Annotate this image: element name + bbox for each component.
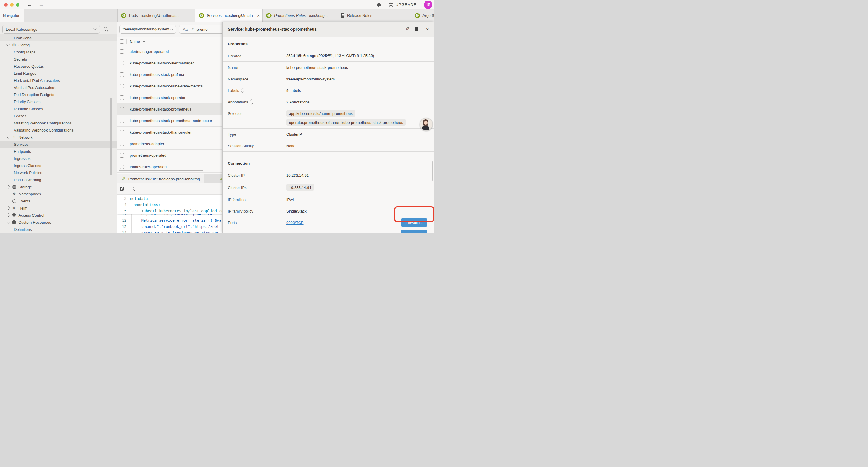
delete-trash-icon[interactable] bbox=[415, 28, 418, 31]
chevron-down-icon bbox=[6, 135, 10, 138]
sidebar-item-validating-webhook-configurations[interactable]: Validating Webhook Configurations bbox=[0, 126, 117, 134]
sidebar-item-pod-disruption-budgets[interactable]: Pod Disruption Budgets bbox=[0, 91, 117, 98]
row-checkbox[interactable] bbox=[120, 107, 124, 111]
close-window-button[interactable] bbox=[4, 3, 8, 6]
back-arrow-icon[interactable]: ← bbox=[27, 2, 32, 7]
namespace-link[interactable]: freeleaps-monitoring-system bbox=[286, 77, 335, 81]
tab-prometheus-rules[interactable]: ☸ Prometheus Rules - icecheng... bbox=[262, 9, 337, 22]
sidebar-item-namespaces[interactable]: ❖Namespaces bbox=[0, 191, 117, 198]
upgrade-label[interactable]: UPGRADE bbox=[396, 2, 416, 7]
table-row[interactable]: kube-prometheus-stack-grafana bbox=[117, 69, 222, 80]
edit-pencil-icon: ✎ bbox=[220, 176, 222, 181]
table-row[interactable]: alertmanager-operated bbox=[117, 46, 222, 57]
assistant-avatar[interactable] bbox=[420, 118, 433, 131]
sidebar-group-storage[interactable]: Storage bbox=[0, 183, 117, 191]
property-row-ip-family-policy: IP family policy SingleStack bbox=[223, 205, 434, 217]
forward-arrow-icon[interactable]: → bbox=[39, 2, 44, 7]
table-row[interactable]: kube-prometheus-stack-alertmanager bbox=[117, 57, 222, 69]
sidebar-group-helm[interactable]: ☸Helm bbox=[0, 205, 117, 212]
panel-scrollbar[interactable] bbox=[432, 161, 433, 181]
row-checkbox[interactable] bbox=[120, 61, 124, 65]
row-checkbox[interactable] bbox=[120, 49, 124, 54]
notifications-bell-icon[interactable] bbox=[377, 3, 380, 6]
row-checkbox[interactable] bbox=[120, 119, 124, 123]
row-checkbox[interactable] bbox=[120, 84, 124, 88]
expand-collapse-icon[interactable] bbox=[242, 88, 244, 92]
close-icon[interactable]: × bbox=[426, 26, 429, 32]
editor-tab-prometheusrule[interactable]: ✎ PrometheusRule: freeleaps-prod-rabbitm… bbox=[117, 174, 205, 183]
list-search-input[interactable]: Aa .* prome bbox=[179, 25, 222, 34]
zoom-window-button[interactable] bbox=[16, 3, 20, 6]
sidebar-item-runtime-classes[interactable]: Runtime Classes bbox=[0, 105, 117, 112]
namespace-selector[interactable]: freeleaps-monitoring-system bbox=[119, 25, 176, 34]
editor-tab-next[interactable]: ✎ bbox=[205, 174, 222, 183]
sidebar-item-horizontal-pod-autoscalers[interactable]: Horizontal Pod Autoscalers bbox=[0, 77, 117, 84]
forward-button[interactable]: Forward... bbox=[401, 218, 427, 227]
row-checkbox[interactable] bbox=[120, 165, 124, 169]
sidebar-item-events[interactable]: Events bbox=[0, 198, 117, 205]
minimize-window-button[interactable] bbox=[10, 3, 13, 6]
sidebar-item-network-policies[interactable]: Network Policies bbox=[0, 169, 117, 176]
sidebar-item-priority-classes[interactable]: Priority Classes bbox=[0, 98, 117, 105]
account-badge[interactable]: 15 bbox=[424, 1, 432, 9]
sidebar-item-services[interactable]: Services bbox=[0, 141, 117, 148]
sidebar-scrollbar[interactable] bbox=[110, 97, 112, 175]
sort-ascending-icon[interactable] bbox=[143, 40, 145, 43]
connection-section-heading: Connection bbox=[228, 161, 434, 170]
name-column-header[interactable]: Name bbox=[130, 39, 140, 44]
expand-collapse-icon[interactable] bbox=[251, 100, 253, 104]
table-row[interactable]: prometheus-operated bbox=[117, 150, 222, 161]
runbook-url-link[interactable]: https://net bbox=[195, 224, 219, 229]
port-link[interactable]: 9090/TCP bbox=[286, 221, 304, 225]
editor-search-icon[interactable] bbox=[131, 187, 134, 191]
table-row[interactable]: kube-prometheus-stack-thanos-ruler bbox=[117, 126, 222, 138]
tab-argo[interactable]: ☸ Argo Se bbox=[411, 9, 434, 22]
table-row[interactable]: prometheus-adapter bbox=[117, 138, 222, 150]
sidebar-item-definitions[interactable]: Definitions bbox=[0, 226, 117, 233]
table-row[interactable]: kube-prometheus-stack-operator bbox=[117, 92, 222, 104]
row-checkbox[interactable] bbox=[120, 142, 124, 146]
sidebar-item-port-forwarding[interactable]: Port Forwarding bbox=[0, 176, 117, 183]
table-row[interactable]: kube-prometheus-stack-prometheus-node-ex… bbox=[117, 115, 222, 126]
sidebar-item-ingresses[interactable]: Ingresses bbox=[0, 155, 117, 162]
row-checkbox[interactable] bbox=[120, 72, 124, 77]
row-checkbox[interactable] bbox=[120, 153, 124, 157]
sidebar-item-ingress-classes[interactable]: Ingress Classes bbox=[0, 162, 117, 169]
tab-pods-label: Pods - icecheng@mathmas... bbox=[129, 13, 180, 18]
select-all-checkbox[interactable] bbox=[120, 39, 124, 44]
sidebar-item-mutating-webhook-configurations[interactable]: Mutating Webhook Configurations bbox=[0, 119, 117, 126]
yaml-editor[interactable]: 3metadata: 4annotations: 5kubectl.kubern… bbox=[117, 195, 222, 233]
table-row-selected[interactable]: kube-prometheus-stack-prometheus bbox=[117, 104, 222, 115]
sidebar-item-limit-ranges[interactable]: Limit Ranges bbox=[0, 70, 117, 77]
upgrade-chevrons-icon[interactable] bbox=[389, 2, 393, 7]
regex-toggle[interactable]: .* bbox=[191, 27, 194, 32]
sidebar-group-config[interactable]: ⚙Config bbox=[0, 41, 117, 49]
property-row-labels: Labels 9 Labels bbox=[223, 85, 434, 96]
table-row[interactable]: kube-prometheus-stack-kube-state-metrics bbox=[117, 80, 222, 92]
sidebar-search-icon[interactable] bbox=[104, 27, 107, 31]
edit-icon[interactable]: ✎ bbox=[405, 26, 409, 32]
sidebar-item-leases[interactable]: Leases bbox=[0, 112, 117, 119]
sidebar-item-endpoints[interactable]: Endpoints bbox=[0, 148, 117, 155]
tab-services[interactable]: ☸ Services - icecheng@math... × bbox=[195, 9, 263, 22]
horizontal-scrollbar[interactable] bbox=[119, 170, 203, 171]
row-checkbox[interactable] bbox=[120, 130, 124, 135]
tab-pods[interactable]: ☸ Pods - icecheng@mathmas... bbox=[117, 9, 195, 22]
property-row-created: Created 253d 16h 6m ago (2025年1月13日 GMT+… bbox=[223, 50, 434, 62]
tab-release-notes[interactable]: Release Notes bbox=[337, 9, 411, 22]
match-case-toggle[interactable]: Aa bbox=[183, 27, 188, 32]
save-icon[interactable] bbox=[120, 186, 124, 191]
sidebar-item-cron-jobs[interactable]: Cron Jobs bbox=[0, 34, 117, 41]
forward-button[interactable]: Forward... bbox=[401, 230, 427, 233]
tab-close-icon[interactable]: × bbox=[257, 13, 260, 18]
sidebar-item-vertical-pod-autoscalers[interactable]: Vertical Pod Autoscalers bbox=[0, 84, 117, 91]
sidebar-group-network[interactable]: ↑↓Network bbox=[0, 134, 117, 141]
sidebar-item-resource-quotas[interactable]: Resource Quotas bbox=[0, 63, 117, 70]
navigator-tab[interactable]: Navigator bbox=[0, 9, 24, 22]
sidebar-item-secrets[interactable]: Secrets bbox=[0, 56, 117, 63]
sidebar-group-custom-resources[interactable]: Custom Resources bbox=[0, 219, 117, 226]
sidebar-item-config-maps[interactable]: Config Maps bbox=[0, 49, 117, 56]
kubeconfig-selector[interactable]: Local Kubeconfigs bbox=[2, 25, 100, 34]
row-checkbox[interactable] bbox=[120, 95, 124, 100]
sidebar-group-access-control[interactable]: Access Control bbox=[0, 212, 117, 219]
